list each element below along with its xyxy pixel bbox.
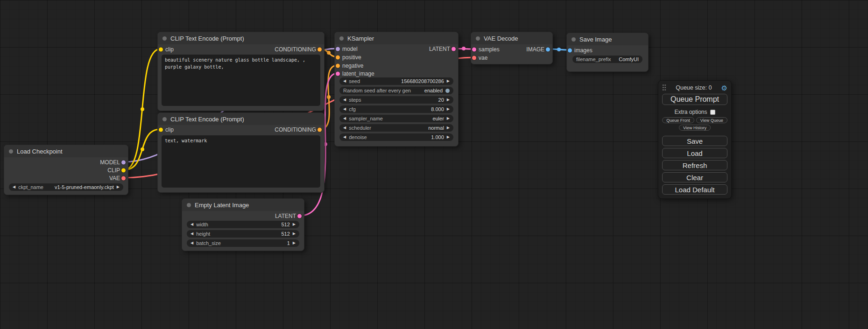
input-slot-images[interactable]: images — [567, 47, 593, 54]
node-title-bar[interactable]: Load Checkpoint — [4, 145, 128, 157]
load-button[interactable]: Load — [662, 148, 727, 158]
node-title-bar[interactable]: KSampler — [335, 32, 458, 44]
cfg-widget[interactable]: ◀ cfg 8.000 ▶ — [339, 105, 453, 113]
filename-prefix-widget[interactable]: filename_prefix ComfyUI — [572, 56, 642, 63]
increment-arrow-icon[interactable]: ▶ — [117, 185, 120, 189]
load-default-button[interactable]: Load Default — [662, 184, 727, 195]
negative-prompt-textarea[interactable]: text, watermark — [162, 135, 320, 188]
input-slot-negative[interactable]: negative — [335, 62, 363, 70]
clip-input-port[interactable] — [159, 128, 163, 132]
output-slot-latent[interactable]: LATENT — [275, 212, 304, 220]
input-slot-model[interactable]: model — [335, 45, 358, 53]
images-input-port[interactable] — [568, 49, 572, 53]
width-widget[interactable]: ◀ width 512 ▶ — [187, 221, 299, 228]
denoise-widget[interactable]: ◀ denoise 1.000 ▶ — [339, 133, 453, 141]
node-collapse-dot[interactable] — [476, 36, 480, 41]
output-slot-model[interactable]: MODEL — [100, 159, 128, 166]
output-slot-latent[interactable]: LATENT — [429, 45, 458, 53]
latent-image-input-port[interactable] — [336, 72, 340, 76]
node-collapse-dot[interactable] — [162, 117, 167, 121]
decrement-arrow-icon[interactable]: ◀ — [343, 79, 346, 83]
scheduler-widget[interactable]: ◀ scheduler normal ▶ — [339, 124, 453, 132]
latent-output-port[interactable] — [452, 47, 456, 51]
increment-arrow-icon[interactable]: ▶ — [447, 117, 450, 120]
seed-toggle-knob[interactable] — [445, 89, 450, 93]
input-slot-latent-image[interactable]: latent_image — [335, 70, 374, 77]
node-collapse-dot[interactable] — [9, 149, 13, 154]
node-title-bar[interactable]: VAE Decode — [471, 32, 552, 44]
node-load-checkpoint[interactable]: Load Checkpoint MODEL CLIP VAE ◀ ckpt_na… — [4, 145, 128, 195]
vae-output-port[interactable] — [121, 176, 126, 181]
node-collapse-dot[interactable] — [187, 203, 191, 207]
input-slot-clip[interactable]: clip — [158, 46, 174, 53]
extra-options-checkbox[interactable] — [710, 110, 715, 115]
decrement-arrow-icon[interactable]: ◀ — [343, 135, 346, 139]
vae-input-port[interactable] — [472, 56, 476, 60]
output-slot-vae[interactable]: VAE — [109, 175, 128, 182]
view-queue-button[interactable]: View Queue — [696, 117, 727, 123]
conditioning-output-port[interactable] — [318, 48, 322, 52]
input-slot-samples[interactable]: samples — [471, 46, 500, 53]
decrement-arrow-icon[interactable]: ◀ — [191, 232, 193, 236]
decrement-arrow-icon[interactable]: ◀ — [343, 98, 346, 102]
output-slot-image[interactable]: IMAGE — [526, 46, 552, 53]
image-output-port[interactable] — [546, 48, 550, 52]
model-output-port[interactable] — [121, 161, 126, 165]
positive-input-port[interactable] — [336, 56, 340, 60]
increment-arrow-icon[interactable]: ▶ — [447, 126, 450, 130]
output-slot-clip[interactable]: CLIP — [107, 167, 128, 174]
decrement-arrow-icon[interactable]: ◀ — [191, 241, 193, 245]
samples-input-port[interactable] — [472, 48, 476, 52]
refresh-button[interactable]: Refresh — [662, 160, 727, 170]
height-widget[interactable]: ◀ height 512 ▶ — [187, 230, 299, 238]
positive-prompt-textarea[interactable]: beautiful scenery nature glass bottle la… — [162, 55, 320, 106]
decrement-arrow-icon[interactable]: ◀ — [343, 126, 346, 130]
conditioning-output-port[interactable] — [318, 128, 322, 132]
ckpt-name-widget[interactable]: ◀ ckpt_name v1-5-pruned-emaonly.ckpt ▶ — [9, 183, 123, 191]
node-title-bar[interactable]: CLIP Text Encode (Prompt) — [158, 113, 324, 125]
output-slot-conditioning[interactable]: CONDITIONING — [275, 126, 324, 133]
node-clip-text-encode-positive[interactable]: CLIP Text Encode (Prompt) clip CONDITION… — [157, 32, 325, 111]
output-slot-conditioning[interactable]: CONDITIONING — [275, 46, 324, 53]
increment-arrow-icon[interactable]: ▶ — [447, 79, 450, 83]
clear-button[interactable]: Clear — [662, 172, 727, 182]
decrement-arrow-icon[interactable]: ◀ — [343, 117, 346, 120]
increment-arrow-icon[interactable]: ▶ — [447, 135, 450, 139]
batch-size-widget[interactable]: ◀ batch_size 1 ▶ — [187, 239, 299, 247]
menu-drag-handle[interactable] — [662, 84, 666, 91]
node-vae-decode[interactable]: VAE Decode samples vae IMAGE — [471, 32, 553, 64]
increment-arrow-icon[interactable]: ▶ — [293, 223, 296, 226]
node-collapse-dot[interactable] — [572, 37, 576, 42]
input-slot-positive[interactable]: positive — [335, 54, 361, 61]
view-history-button[interactable]: View History — [679, 125, 711, 131]
queue-prompt-button[interactable]: Queue Prompt — [662, 94, 727, 105]
increment-arrow-icon[interactable]: ▶ — [447, 98, 450, 102]
input-slot-clip[interactable]: clip — [158, 126, 174, 133]
clip-output-port[interactable] — [121, 168, 126, 173]
sampler-name-widget[interactable]: ◀ sampler_name euler ▶ — [339, 115, 453, 122]
node-empty-latent-image[interactable]: Empty Latent Image LATENT ◀ width 512 ▶ … — [182, 198, 304, 251]
decrement-arrow-icon[interactable]: ◀ — [191, 223, 193, 226]
node-title-bar[interactable]: CLIP Text Encode (Prompt) — [158, 32, 324, 44]
seed-widget[interactable]: ◀ seed 156680208700286 ▶ — [339, 77, 453, 85]
node-clip-text-encode-negative[interactable]: CLIP Text Encode (Prompt) clip CONDITION… — [157, 112, 325, 193]
node-collapse-dot[interactable] — [339, 36, 344, 41]
decrement-arrow-icon[interactable]: ◀ — [343, 107, 346, 111]
increment-arrow-icon[interactable]: ▶ — [447, 107, 450, 111]
steps-widget[interactable]: ◀ steps 20 ▶ — [339, 96, 453, 104]
decrement-arrow-icon[interactable]: ◀ — [13, 185, 15, 189]
random-seed-widget[interactable]: Random seed after every gen enabled — [339, 87, 453, 94]
negative-input-port[interactable] — [336, 64, 340, 68]
increment-arrow-icon[interactable]: ▶ — [293, 232, 296, 236]
node-ksampler[interactable]: KSampler model positive negative latent_… — [334, 32, 459, 147]
clip-input-port[interactable] — [159, 48, 163, 52]
latent-output-port[interactable] — [297, 214, 302, 218]
graph-canvas[interactable]: Load Checkpoint MODEL CLIP VAE ◀ ckpt_na… — [0, 0, 868, 329]
comfy-menu-panel[interactable]: Queue size: 0 ⚙ Queue Prompt Extra optio… — [658, 80, 732, 199]
node-title-bar[interactable]: Empty Latent Image — [182, 199, 304, 211]
input-slot-vae[interactable]: vae — [471, 54, 487, 62]
node-save-image[interactable]: Save Image images filename_prefix ComfyU… — [566, 33, 649, 72]
model-input-port[interactable] — [336, 47, 340, 51]
queue-front-button[interactable]: Queue Front — [662, 117, 694, 123]
node-title-bar[interactable]: Save Image — [567, 33, 648, 45]
